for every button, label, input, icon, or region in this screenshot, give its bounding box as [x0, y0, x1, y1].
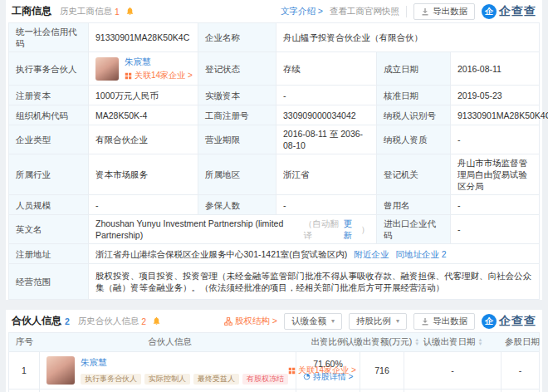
business-field-value: - [451, 215, 539, 243]
business-field-value: 91330901MA28K50K4C [451, 105, 548, 125]
nearby-companies-link[interactable]: 附近企业 [354, 248, 389, 260]
pie-chart-icon [303, 373, 311, 380]
business-field-label: 纳税人识别号 [377, 105, 451, 125]
partner-name-link[interactable]: 朱宸慧 [81, 357, 288, 369]
business-table-row: 人员规模-参保人数-曾用名- [9, 195, 539, 215]
column-header-label: 出资比例 [311, 336, 346, 348]
column-header-label: 参股日期 [505, 336, 540, 348]
business-history-link[interactable]: 历史工商信息 1 [60, 6, 120, 17]
partners-section: 合伙人信息 2 历史合伙人信息 2 股权结构 > 认缴金额 ▾ [6, 310, 542, 392]
business-field-label: 曾用名 [377, 195, 451, 214]
update-translation-link[interactable]: 更新 [344, 218, 359, 241]
partners-table-header: 序号合伙人信息出资比例认缴出资额(万元)▲▼认缴出资日期▲▼参股日期 [9, 333, 539, 352]
executive-partner-cell: 朱宸慧关联14家企业 > [89, 52, 198, 85]
business-table-row: 执行事务合伙人朱宸慧关联14家企业 >登记状态存续成立日期2016-08-11 [9, 52, 539, 86]
business-field-label: 注册资本 [9, 86, 89, 105]
business-field-label: 实缴资本 [198, 86, 276, 105]
registered-address-cell: 浙江省舟山港综合保税区企业服务中心301-1421室(自贸试验区内)附近企业同地… [89, 244, 539, 263]
business-field-value: 有限合伙企业 [89, 125, 198, 154]
qichacha-logo-icon: 企 [482, 4, 497, 19]
business-field-label: 执行事务合伙人 [9, 52, 89, 85]
bell-icon[interactable] [125, 7, 135, 16]
org-chart-icon [224, 317, 232, 326]
column-header: 认缴出资日期▲▼ [404, 333, 502, 351]
business-table-row: 经营范围股权投资、项目投资、投资管理（未经金融等监管部门批准不得从事吸收存款、融… [9, 264, 539, 299]
subscribed-date: - [404, 352, 502, 389]
join-date: - [502, 352, 539, 389]
registered-address-text: 浙江省舟山港综合保税区企业服务中心301-1421室(自贸试验区内) [95, 248, 347, 260]
business-table-row: 企业类型有限合伙企业营业期限2016-08-11 至 2036-08-10纳税人… [9, 125, 539, 154]
business-table-row: 统一社会信用代码91330901MA28K50K4C企业名称舟山韫予投资合伙企业… [9, 23, 539, 52]
business-export-button[interactable]: 导出数据 [413, 3, 475, 20]
column-header: 合伙人信息 [40, 333, 296, 351]
business-table-row: 英文名Zhoushan Yunyu Investment Partnership… [9, 215, 539, 244]
partner-avatar[interactable] [46, 356, 75, 385]
holding-ratio-dropdown[interactable]: 持股比例 ▾ [349, 313, 407, 330]
business-field-label: 成立日期 [377, 52, 451, 85]
business-field-value: - [89, 195, 198, 214]
column-header: 序号 [9, 333, 40, 351]
sort-icon[interactable]: ▲▼ [478, 338, 483, 346]
auto-translate-note: （自动翻译 [304, 218, 341, 241]
business-field-value: MA28K50K-4 [89, 105, 198, 125]
qichacha-logo: 企 企查查 [482, 314, 536, 329]
business-field-value: - [451, 195, 539, 214]
related-companies-link[interactable]: 关联14家企业 > [125, 70, 193, 81]
qichacha-logo-text: 企查查 [499, 314, 536, 329]
business-field-label: 工商注册号 [198, 105, 276, 125]
column-header-label: 认缴出资日期 [423, 336, 476, 348]
partner-tag: 最终受益人 [193, 374, 239, 385]
holding-ratio-cell: 71.60%持股详情 > [296, 352, 360, 389]
business-table-row: 注册资本1000万元人民币实缴资本-核准日期2019-05-23 [9, 86, 539, 105]
business-field-label: 企业名称 [198, 23, 276, 51]
business-history-label: 历史工商信息 [60, 6, 112, 17]
same-address-companies-link[interactable]: 同地址企业 2 [395, 248, 446, 260]
snapshot-link[interactable]: 查看工商官网快照 [330, 6, 399, 17]
equity-freeze-tag: 有股权冻结 [242, 374, 288, 385]
subscribed-amount-dropdown[interactable]: 认缴金额 ▾ [284, 313, 342, 330]
business-field-value: 330909000034042 [276, 105, 377, 125]
business-field-label: 组织机构代码 [9, 105, 89, 125]
partner-name-link[interactable]: 朱宸慧 [125, 56, 193, 67]
partners-export-button[interactable]: 导出数据 [413, 313, 475, 330]
partner-avatar[interactable] [95, 57, 119, 81]
partners-history-count: 2 [141, 316, 146, 326]
partners-history-link[interactable]: 历史合伙人信息 2 [78, 316, 146, 327]
partner-name-and-tags: 朱宸慧执行事务合伙人实际控制人最终受益人有股权冻结 [81, 357, 288, 385]
caret-down-icon: ▾ [396, 317, 399, 325]
grid-icon [125, 72, 132, 80]
business-field-label: 纳税人资质 [377, 125, 451, 154]
holding-detail-label: 持股详情 > [313, 371, 354, 383]
bell-icon[interactable] [152, 316, 161, 326]
partners-header-actions: 股权结构 > 认缴金额 ▾ 持股比例 ▾ 导出数据 企 [224, 313, 536, 330]
business-info-section: 工商信息 历史工商信息 1 文字介绍 > 查看工商官网快照 导出数据 [6, 0, 542, 300]
text-intro-link[interactable]: 文字介绍 > [281, 6, 323, 17]
business-history-count: 1 [115, 7, 120, 17]
equity-structure-link[interactable]: 股权结构 > [224, 316, 277, 327]
column-header: 参股日期 [502, 333, 543, 351]
business-field-label: 核准日期 [377, 86, 451, 105]
partner-info: 朱宸慧关联14家企业 > [125, 56, 193, 81]
column-header-label: 序号 [16, 336, 33, 348]
business-field-value: 1000万元人民币 [89, 86, 198, 105]
business-field-label: 进出口企业代码 [377, 215, 451, 243]
related-companies-label: 关联14家企业 > [135, 70, 193, 81]
business-section-header: 工商信息 历史工商信息 1 文字介绍 > 查看工商官网快照 导出数据 [6, 0, 542, 22]
caret-down-icon: ▾ [331, 317, 335, 325]
qichacha-logo: 企 企查查 [482, 4, 536, 19]
partners-table: 序号合伙人信息出资比例认缴出资额(万元)▲▼认缴出资日期▲▼参股日期1朱宸慧执行… [8, 332, 540, 392]
grid-icon [288, 367, 296, 375]
business-field-value: 2016-08-11 [451, 52, 539, 85]
business-field-label: 登记机关 [377, 154, 451, 194]
business-table-row: 注册地址浙江省舟山港综合保税区企业服务中心301-1421室(自贸试验区内)附近… [9, 244, 539, 264]
business-field-label: 英文名 [9, 215, 89, 243]
ratio-stack: 71.60%持股详情 > [303, 359, 354, 383]
divider [406, 6, 407, 17]
holding-detail-link[interactable]: 持股详情 > [303, 371, 354, 383]
partner-tags: 执行事务合伙人实际控制人最终受益人有股权冻结 [81, 374, 288, 385]
english-name-text: Zhoushan Yunyu Investment Partnership (l… [95, 218, 299, 241]
business-field-label: 经营范围 [9, 264, 89, 299]
business-table-row: 组织机构代码MA28K50K-4工商注册号330909000034042纳税人识… [9, 105, 539, 125]
partner-tag: 实际控制人 [144, 374, 190, 385]
partners-history-label: 历史合伙人信息 [78, 316, 139, 327]
